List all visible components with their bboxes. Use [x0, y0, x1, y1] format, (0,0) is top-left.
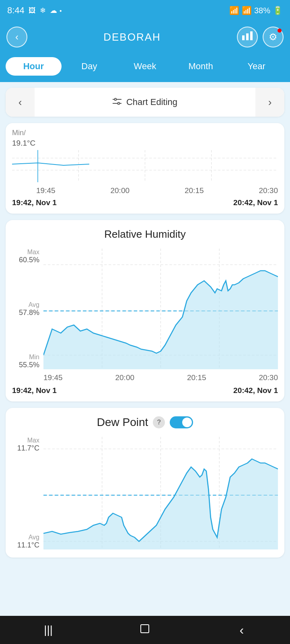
wifi-icon: 📶 [229, 6, 239, 15]
svg-rect-0 [242, 35, 245, 40]
chart-toolbar: ‹ Chart Editing › [6, 88, 284, 117]
hum-start-date: 19:42, Nov 1 [12, 386, 57, 395]
temp-end-date: 20:42, Nov 1 [233, 198, 278, 207]
humidity-max-label: Max [12, 249, 39, 256]
humidity-title: Relative Humidity [12, 228, 278, 241]
content-area: ‹ Chart Editing › Min / 19.1°C [0, 82, 290, 590]
hum-time-3: 20:30 [259, 373, 278, 382]
chart-next-button[interactable]: › [255, 88, 284, 117]
temp-time-2: 20:15 [185, 186, 204, 195]
hum-time-0: 19:45 [43, 373, 63, 382]
dew-max-value: 11.7°C [12, 444, 39, 453]
svg-marker-29 [43, 459, 278, 549]
temp-value: 19.1°C [12, 139, 278, 148]
humidity-avg-group: Avg 57.8% [12, 301, 39, 317]
sliders-icon [113, 97, 121, 107]
temp-time-3: 20:30 [259, 186, 278, 195]
dew-svg-area [43, 437, 278, 551]
dew-max-label: Max [12, 437, 39, 444]
dew-avg-label: Avg [12, 534, 39, 541]
tab-day[interactable]: Day [62, 57, 117, 76]
dew-title: Dew Point [97, 416, 148, 429]
header: ‹ DEBORAH ⚙ [0, 21, 290, 53]
dot-icon: ● [60, 8, 62, 13]
humidity-max-group: Max 60.5% [12, 249, 39, 264]
battery-icon: 🔋 [273, 6, 283, 15]
temp-chart-area [12, 150, 278, 184]
temperature-card: Min / 19.1°C 19:45 20:00 20:15 20:30 [6, 123, 284, 214]
cloud-icon: ☁ [50, 6, 57, 15]
tab-month[interactable]: Month [173, 57, 229, 76]
humidity-min-group: Min 55.5% [12, 354, 39, 369]
temp-time-axis: 19:45 20:00 20:15 20:30 [12, 186, 278, 195]
hum-time-1: 20:00 [115, 373, 134, 382]
time-display: 8:44 [7, 5, 25, 16]
nav-recent-apps[interactable]: ||| [36, 618, 60, 642]
status-right: 📶 📶 38% 🔋 [229, 6, 283, 15]
header-actions: ⚙ [237, 27, 284, 47]
dew-toggle[interactable] [170, 416, 193, 428]
status-time: 8:44 🖼 ❄ ☁ ● [7, 5, 62, 16]
temp-min-label: Min [12, 129, 24, 137]
hum-time-2: 20:15 [187, 373, 206, 382]
chart-button[interactable] [237, 27, 258, 47]
humidity-avg-label: Avg [12, 301, 39, 309]
dew-chart-layout: Max 11.7°C Avg 11.1°C [12, 437, 278, 551]
dew-avg-group: Avg 11.1°C [12, 534, 39, 549]
notification-dot [278, 29, 282, 33]
svg-rect-30 [141, 625, 149, 633]
temp-slash: / [24, 129, 26, 137]
temp-start-date: 19:42, Nov 1 [12, 198, 57, 207]
dew-y-labels: Max 11.7°C Avg 11.1°C [12, 437, 39, 551]
dew-point-card: Dew Point ? Max 11.7°C Avg 11.1°C [6, 408, 284, 558]
tab-hour[interactable]: Hour [6, 57, 62, 76]
humidity-card: Relative Humidity Max 60.5% Avg 57.8% Mi… [6, 220, 284, 401]
tab-bar: Hour Day Week Month Year [0, 53, 290, 82]
back-icon: ‹ [15, 31, 19, 43]
temp-time-1: 20:00 [110, 186, 130, 195]
humidity-date-range: 19:42, Nov 1 20:42, Nov 1 [12, 386, 278, 395]
dew-title-row: Dew Point ? [12, 416, 278, 429]
svg-rect-2 [250, 31, 253, 40]
signal-icon: 📶 [242, 6, 252, 15]
recent-apps-icon: ||| [44, 623, 53, 636]
dew-max-group: Max 11.7°C [12, 437, 39, 453]
battery-label: 38% [254, 6, 270, 15]
back-button[interactable]: ‹ [6, 27, 27, 47]
bluetooth-icon: ❄ [40, 6, 46, 15]
status-bar: 8:44 🖼 ❄ ☁ ● 📶 📶 38% 🔋 [0, 0, 290, 21]
svg-rect-1 [246, 33, 249, 40]
bottom-nav: ||| ‹ [0, 616, 290, 644]
chart-icon [242, 31, 253, 43]
temp-time-0: 19:45 [36, 186, 56, 195]
humidity-y-labels: Max 60.5% Avg 57.8% Min 55.5% [12, 249, 39, 371]
svg-point-5 [114, 99, 116, 101]
nav-home[interactable] [133, 618, 157, 642]
humidity-time-axis: 19:45 20:00 20:15 20:30 [12, 371, 278, 382]
humidity-svg-area [43, 249, 278, 371]
tab-week[interactable]: Week [117, 57, 173, 76]
humidity-min-label: Min [12, 354, 39, 361]
humidity-chart-layout: Max 60.5% Avg 57.8% Min 55.5% [12, 249, 278, 371]
humidity-avg-value: 57.8% [12, 309, 39, 317]
home-icon [139, 623, 150, 637]
humidity-max-value: 60.5% [12, 256, 39, 264]
temp-top-labels: Min / [12, 129, 278, 137]
dew-avg-value: 11.1°C [12, 541, 39, 549]
settings-icon: ⚙ [269, 31, 278, 43]
chart-editing-label: Chart Editing [126, 97, 177, 107]
humidity-min-value: 55.5% [12, 361, 39, 369]
tab-year[interactable]: Year [228, 57, 284, 76]
photo-icon: 🖼 [29, 6, 36, 15]
settings-button[interactable]: ⚙ [263, 27, 284, 47]
help-button[interactable]: ? [153, 416, 165, 428]
nav-back[interactable]: ‹ [230, 618, 254, 642]
nav-back-icon: ‹ [239, 623, 244, 638]
chart-editing-center[interactable]: Chart Editing [35, 88, 255, 117]
chart-prev-button[interactable]: ‹ [6, 88, 35, 117]
hum-end-date: 20:42, Nov 1 [233, 386, 278, 395]
temp-date-range: 19:42, Nov 1 20:42, Nov 1 [12, 198, 278, 207]
svg-point-6 [117, 103, 119, 105]
header-title: DEBORAH [103, 31, 161, 43]
